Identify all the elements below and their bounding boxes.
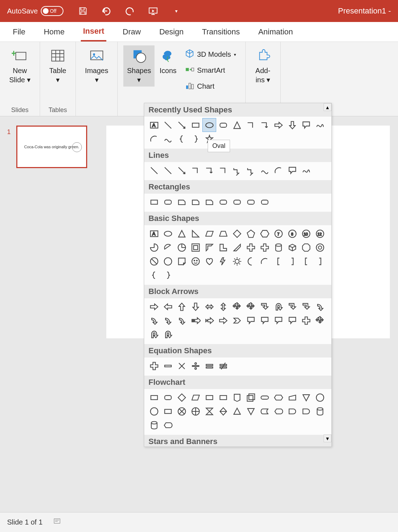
- shape-delay[interactable]: [299, 404, 313, 418]
- shape-rect[interactable]: [161, 404, 175, 418]
- scroll-down-button[interactable]: ▾: [324, 434, 331, 442]
- shape-roundrect[interactable]: [216, 195, 230, 209]
- shape-scribble[interactable]: [299, 164, 313, 177]
- shape-arc[interactable]: [147, 132, 161, 146]
- shape-terminator[interactable]: [258, 390, 271, 404]
- shape-bent[interactable]: [258, 300, 271, 314]
- shape-octagon[interactable]: 8: [285, 227, 299, 240]
- undo-icon[interactable]: [101, 6, 112, 16]
- scroll-up-button[interactable]: ▴: [324, 103, 331, 111]
- shape-minus[interactable]: [161, 359, 175, 373]
- shape-roundrect[interactable]: [216, 118, 230, 132]
- shape-display[interactable]: [161, 418, 175, 432]
- shape-cube[interactable]: [285, 240, 299, 254]
- shape-snip[interactable]: [189, 195, 202, 209]
- shape-snip[interactable]: [175, 195, 189, 209]
- shape-curvedarr[interactable]: [313, 300, 327, 314]
- shape-heart[interactable]: [202, 254, 216, 268]
- shape-uturn[interactable]: [147, 327, 161, 341]
- shape-rarrow[interactable]: [216, 314, 230, 327]
- shape-rarrow[interactable]: [271, 118, 285, 132]
- redo-icon[interactable]: [124, 6, 135, 16]
- tab-transitions[interactable]: Transitions: [200, 23, 242, 41]
- shape-lbrace[interactable]: [147, 268, 161, 282]
- shape-connector[interactable]: [230, 164, 244, 177]
- shape-merge[interactable]: [244, 404, 258, 418]
- shape-rect[interactable]: [202, 390, 216, 404]
- shape-arc[interactable]: [271, 164, 285, 177]
- shape-diamond[interactable]: [175, 390, 189, 404]
- shape-curvedarr[interactable]: [161, 314, 175, 327]
- images-button[interactable]: Images▾: [82, 45, 112, 87]
- 3d-models-button[interactable]: 3D Models ▾: [181, 48, 240, 61]
- shape-roundrect[interactable]: [230, 195, 244, 209]
- shape-circle[interactable]: [147, 404, 161, 418]
- tab-home[interactable]: Home: [41, 23, 67, 41]
- shape-hexagon[interactable]: [258, 227, 271, 240]
- shape-lrarrow[interactable]: [202, 300, 216, 314]
- shape-heptagon[interactable]: 7: [271, 227, 285, 240]
- shape-lbracket[interactable]: [271, 254, 285, 268]
- shape-uturn[interactable]: [271, 300, 285, 314]
- shape-uarrow[interactable]: [175, 300, 189, 314]
- shape-rbracket[interactable]: [313, 254, 327, 268]
- shape-callout[interactable]: [258, 314, 271, 327]
- tab-insert[interactable]: Insert: [81, 22, 106, 41]
- shape-rect[interactable]: [189, 118, 202, 132]
- shape-udarrow[interactable]: [216, 300, 230, 314]
- shape-curve[interactable]: [258, 164, 271, 177]
- shape-callout[interactable]: [271, 314, 285, 327]
- shape-diamond[interactable]: [230, 227, 244, 240]
- shape-storeddata[interactable]: [258, 404, 271, 418]
- shape-can[interactable]: [313, 404, 327, 418]
- new-slide-button[interactable]: New Slide ▾: [6, 45, 34, 87]
- shape-parallelogram[interactable]: [202, 227, 216, 240]
- shape-roundrect[interactable]: [258, 195, 271, 209]
- shape-notched[interactable]: [202, 314, 216, 327]
- shape-foldedcorner[interactable]: [175, 254, 189, 268]
- shape-quad[interactable]: [230, 300, 244, 314]
- shape-plus[interactable]: [299, 314, 313, 327]
- shape-callout[interactable]: [285, 314, 299, 327]
- shape-arrowline[interactable]: [175, 164, 189, 177]
- shape-noentry[interactable]: [147, 254, 161, 268]
- shape-oval[interactable]: [202, 118, 216, 132]
- shape-rbracket[interactable]: [285, 254, 299, 268]
- shape-rect[interactable]: [147, 195, 161, 209]
- save-icon[interactable]: [78, 6, 88, 16]
- shapes-button[interactable]: Shapes▾: [123, 45, 155, 87]
- shape-textbox[interactable]: A: [147, 118, 161, 132]
- shape-roundrect[interactable]: [244, 195, 258, 209]
- shape-circle[interactable]: 12: [313, 227, 327, 240]
- shape-triangle[interactable]: [230, 118, 244, 132]
- present-icon[interactable]: [148, 6, 158, 16]
- thumbnail-row[interactable]: 1 Coca-Cola was originally green.: [7, 126, 99, 168]
- shape-roundrect[interactable]: [161, 195, 175, 209]
- shape-notequals[interactable]: [216, 359, 230, 373]
- shape-snip[interactable]: [202, 195, 216, 209]
- shape-collate[interactable]: [202, 404, 216, 418]
- notes-icon[interactable]: [53, 517, 61, 527]
- shape-frame[interactable]: [189, 240, 202, 254]
- shape-rbrace[interactable]: [161, 268, 175, 282]
- shape-summing[interactable]: [175, 404, 189, 418]
- shape-teardrop[interactable]: [175, 240, 189, 254]
- shape-arrowline[interactable]: [175, 118, 189, 132]
- shape-uturn[interactable]: [161, 327, 175, 341]
- shape-curve[interactable]: [161, 132, 175, 146]
- shape-quad[interactable]: [244, 300, 258, 314]
- shape-arc[interactable]: [258, 254, 271, 268]
- shape-chord[interactable]: [161, 240, 175, 254]
- tab-animation[interactable]: Animation: [256, 23, 295, 41]
- shape-smiley[interactable]: [189, 254, 202, 268]
- smartart-button[interactable]: SmartArt: [181, 63, 240, 77]
- toggle-switch[interactable]: Off: [41, 6, 63, 16]
- shape-moon[interactable]: [244, 254, 258, 268]
- shape-elbowarr[interactable]: [202, 164, 216, 177]
- shape-pie[interactable]: [147, 240, 161, 254]
- shape-octagon[interactable]: [299, 240, 313, 254]
- shape-quad[interactable]: [313, 314, 327, 327]
- shape-darrow[interactable]: [189, 300, 202, 314]
- shape-sun[interactable]: [230, 254, 244, 268]
- shape-or[interactable]: [189, 404, 202, 418]
